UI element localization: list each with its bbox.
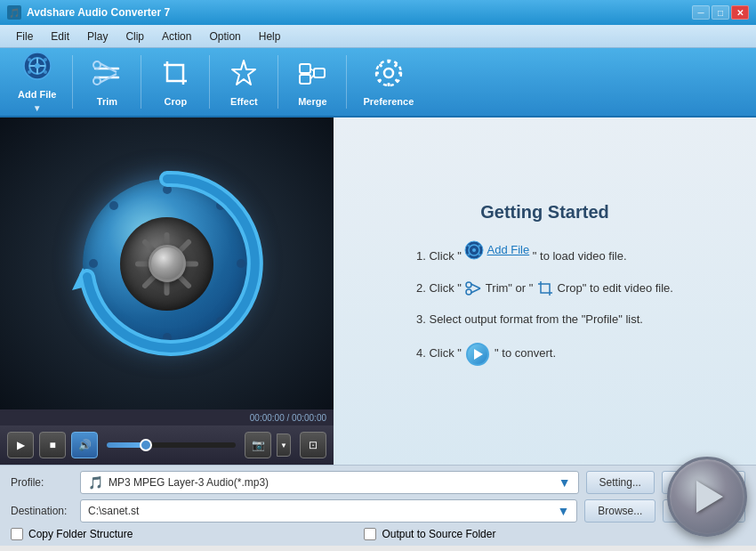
preference-button[interactable]: Preference	[354, 53, 422, 112]
svg-rect-60	[541, 284, 550, 293]
svg-rect-23	[314, 69, 325, 77]
menu-play[interactable]: Play	[78, 28, 117, 45]
profile-select[interactable]: 🎵 MP3 MPEG Layer-3 Audio(*.mp3) ▼	[80, 471, 579, 494]
step4-text: 4. Click " " to convert.	[416, 343, 556, 366]
menu-help[interactable]: Help	[250, 28, 290, 45]
crop-button[interactable]: Crop	[149, 53, 202, 112]
svg-point-5	[28, 58, 31, 61]
info-panel: Getting Started 1. Click "	[334, 117, 756, 465]
main-content: 00:00:00 / 00:00:00 ▶ ■ 🔊 📷 ▼ ⊡ Getting …	[0, 117, 756, 465]
step2-text: 2. Click " Trim" or "	[416, 280, 673, 297]
bottom-wrapper: Profile: 🎵 MP3 MPEG Layer-3 Audio(*.mp3)…	[0, 465, 756, 546]
volume-thumb[interactable]	[140, 439, 152, 451]
convert-button[interactable]	[667, 457, 747, 537]
step-2: 2. Click " Trim" or "	[416, 280, 673, 297]
svg-rect-15	[167, 65, 183, 81]
video-panel: 00:00:00 / 00:00:00 ▶ ■ 🔊 📷 ▼ ⊡	[0, 117, 334, 465]
merge-icon	[297, 58, 327, 93]
step-3: 3. Select output format from the "Profil…	[416, 311, 673, 328]
destination-dropdown-arrow: ▼	[557, 504, 569, 518]
effect-icon	[229, 58, 259, 93]
settings-button[interactable]: Setting...	[586, 471, 655, 494]
video-area	[0, 117, 334, 409]
svg-point-8	[44, 70, 47, 74]
getting-started-title: Getting Started	[416, 202, 673, 223]
add-file-link[interactable]: Add File	[487, 241, 529, 259]
merge-button[interactable]: Merge	[286, 53, 339, 112]
output-source-checkbox-item[interactable]: Output to Source Folder	[364, 528, 495, 540]
add-file-icon	[22, 51, 52, 85]
destination-value: C:\sanet.st	[88, 505, 139, 517]
svg-point-57	[466, 289, 471, 295]
menu-edit[interactable]: Edit	[42, 28, 78, 45]
timestamp: 00:00:00 / 00:00:00	[250, 413, 326, 423]
svg-point-26	[384, 69, 393, 77]
svg-line-59	[471, 288, 481, 293]
play-button[interactable]: ▶	[7, 432, 34, 458]
menu-action[interactable]: Action	[153, 28, 200, 45]
menu-option[interactable]: Option	[200, 28, 249, 45]
toolbar: Add File ▼ Trim	[0, 48, 756, 117]
toolbar-sep-1	[72, 55, 73, 109]
svg-rect-34	[393, 63, 398, 68]
snapshot-button[interactable]: 📷	[245, 432, 271, 458]
profile-label: Profile:	[11, 476, 73, 489]
svg-point-51	[472, 248, 476, 252]
step1-film-icon	[464, 240, 484, 260]
profile-row: Profile: 🎵 MP3 MPEG Layer-3 Audio(*.mp3)…	[11, 471, 745, 494]
trim-label: Trim	[97, 96, 117, 107]
menu-clip[interactable]: Clip	[117, 28, 153, 45]
toolbar-sep-4	[277, 55, 278, 109]
menubar: File Edit Play Clip Action Option Help	[0, 25, 756, 48]
svg-rect-28	[387, 60, 390, 63]
maximize-button[interactable]: □	[712, 5, 729, 20]
svg-rect-35	[377, 78, 382, 83]
svg-rect-31	[398, 71, 402, 74]
destination-row: Destination: C:\sanet.st ▼ Browse... Ope…	[11, 499, 745, 523]
svg-point-54	[468, 254, 470, 256]
svg-rect-22	[300, 75, 310, 84]
effect-label: Effect	[230, 96, 258, 107]
add-file-label: Add File	[18, 89, 56, 100]
menu-file[interactable]: File	[7, 28, 42, 45]
toolbar-sep-2	[141, 55, 141, 109]
svg-line-58	[471, 284, 481, 288]
expand-button[interactable]: ⊡	[300, 432, 326, 458]
getting-started-content: Getting Started 1. Click "	[416, 202, 673, 380]
video-timeline: 00:00:00 / 00:00:00	[0, 409, 334, 425]
app-icon: 🎵	[7, 5, 21, 20]
step3-text: 3. Select output format from the "Profil…	[416, 311, 643, 328]
profile-value: MP3 MPEG Layer-3 Audio(*.mp3)	[109, 476, 269, 489]
preference-label: Preference	[363, 96, 414, 107]
copy-folder-checkbox[interactable]	[11, 528, 23, 540]
output-source-checkbox[interactable]	[364, 528, 376, 540]
effect-button[interactable]: Effect	[217, 53, 270, 112]
destination-input[interactable]: C:\sanet.st ▼	[80, 499, 577, 523]
step1-text: 1. Click " Add File " to	[416, 240, 627, 265]
profile-icon: 🎵	[88, 475, 103, 490]
svg-rect-21	[300, 64, 310, 73]
copy-folder-checkbox-item[interactable]: Copy Folder Structure	[11, 528, 133, 540]
output-source-label: Output to Source Folder	[382, 528, 495, 540]
svg-rect-32	[378, 63, 382, 68]
browse-button[interactable]: Browse...	[584, 499, 655, 523]
step2-scissors-icon	[465, 280, 481, 296]
step-4: 4. Click " " to convert.	[416, 343, 673, 366]
crop-icon	[160, 58, 190, 93]
close-button[interactable]: ✕	[731, 5, 749, 20]
svg-point-56	[466, 282, 471, 288]
merge-label: Merge	[298, 96, 326, 107]
profile-dropdown-arrow: ▼	[559, 475, 571, 490]
svg-marker-20	[232, 61, 255, 85]
trim-button[interactable]: Trim	[80, 53, 133, 112]
snapshot-dropdown[interactable]: ▼	[277, 434, 291, 457]
svg-point-55	[479, 254, 481, 256]
svg-point-52	[468, 245, 470, 247]
convert-play-arrow	[696, 481, 723, 513]
svg-point-53	[479, 245, 481, 247]
volume-button[interactable]: 🔊	[71, 432, 98, 458]
minimize-button[interactable]: ─	[692, 5, 710, 20]
volume-track[interactable]	[107, 442, 236, 448]
stop-button[interactable]: ■	[39, 432, 66, 458]
add-file-button[interactable]: Add File ▼	[9, 45, 65, 118]
